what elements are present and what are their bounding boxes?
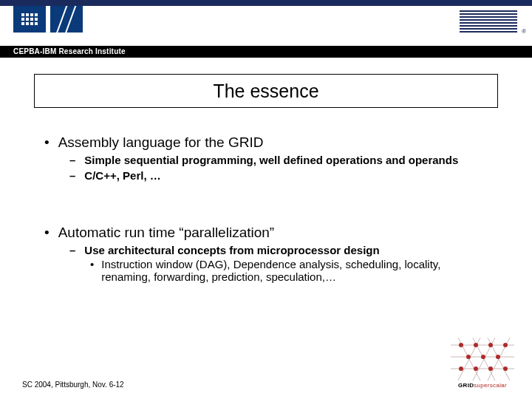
dash-icon: –	[69, 169, 75, 182]
dot-icon: •	[90, 258, 94, 270]
svg-point-11	[488, 343, 493, 347]
bullet-2-text: Automatic run time “parallelization”	[58, 225, 275, 241]
grid-logo-label-bold: GRID	[458, 382, 474, 389]
svg-point-13	[466, 355, 471, 359]
bullet-1-sub1-text: Simple sequential programming, well defi…	[84, 154, 458, 166]
institute-bar: CEPBA-IBM Research Institute	[0, 46, 532, 58]
bullet-1: • Assembly language for the GRID – Simpl…	[44, 134, 488, 182]
grid-logo-label-rest: superscalar	[474, 382, 507, 389]
svg-point-10	[474, 343, 478, 347]
grid-superscalar-logo: GRIDsuperscalar	[446, 338, 519, 389]
left-logos	[13, 6, 83, 33]
bullet-1-sub2-text: C/C++, Perl, …	[84, 169, 160, 182]
bullet-1-sub1: – Simple sequential programming, well de…	[44, 154, 488, 182]
bullet-2-subsub-text: Instruction window (DAG), Dependence ana…	[101, 258, 488, 283]
bsc-logo	[50, 6, 83, 33]
upc-logo	[13, 6, 46, 33]
slide-title-box: The essence	[34, 74, 498, 108]
grid-logo-label: GRIDsuperscalar	[446, 382, 519, 389]
slide-title: The essence	[213, 81, 318, 102]
svg-point-19	[503, 366, 508, 371]
header-bar: ®	[0, 0, 532, 46]
dash-icon: –	[69, 154, 75, 166]
svg-point-16	[459, 366, 463, 371]
slide-content: • Assembly language for the GRID – Simpl…	[0, 108, 532, 283]
svg-point-15	[496, 355, 500, 359]
bullet-2-sub1: – Use architectural concepts from microp…	[44, 244, 488, 256]
bullet-icon: •	[44, 225, 50, 241]
ibm-logo	[460, 10, 517, 33]
svg-point-9	[459, 343, 463, 347]
bullet-2-sub1-text: Use architectural concepts from micropro…	[84, 244, 379, 256]
svg-point-18	[488, 366, 493, 371]
bullet-1-text: Assembly language for the GRID	[58, 134, 264, 151]
dash-icon: –	[69, 244, 75, 256]
svg-point-14	[481, 355, 485, 359]
svg-point-17	[474, 366, 478, 371]
ibm-registered: ®	[522, 28, 526, 35]
footer-text: SC 2004, Pittsburgh, Nov. 6-12	[22, 381, 124, 389]
bullet-2: • Automatic run time “parallelization” –…	[44, 225, 488, 283]
bullet-icon: •	[44, 134, 50, 151]
svg-point-12	[503, 343, 508, 347]
bullet-2-subsub: • Instruction window (DAG), Dependence a…	[44, 258, 488, 283]
